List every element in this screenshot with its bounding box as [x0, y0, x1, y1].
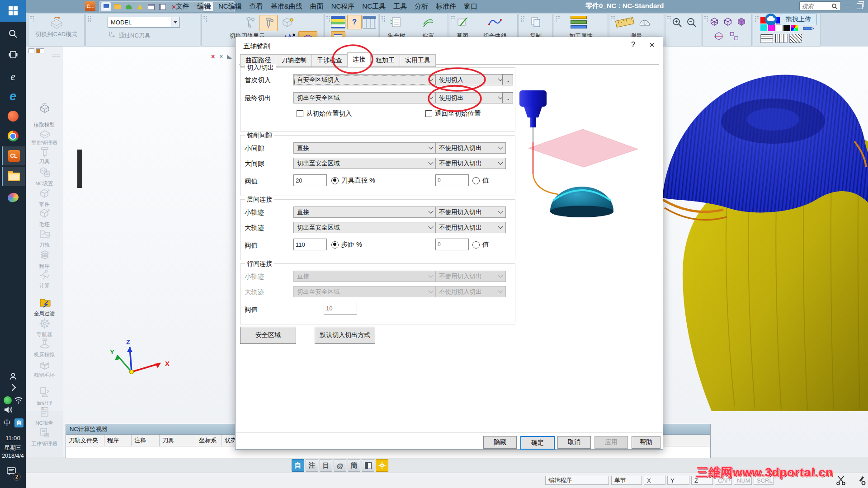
menu-nc-edit[interactable]: NC编辑	[218, 2, 242, 11]
exploded-cube-icon[interactable]	[728, 30, 741, 42]
status-scissors-icon[interactable]	[836, 475, 846, 486]
layer-large-path-mode-combo[interactable]: 不使用切入切出	[435, 222, 506, 233]
navigator-icon[interactable]	[39, 318, 51, 331]
column-header-tool[interactable]: 刀具	[160, 435, 196, 446]
tab-utilities[interactable]: 实用工具	[400, 54, 436, 67]
task-view-icon[interactable]	[2, 45, 24, 64]
ime-sogou-icon[interactable]: 自	[292, 459, 304, 472]
calculate-icon[interactable]	[39, 269, 51, 282]
notification-center-icon[interactable]: 2	[6, 466, 18, 479]
sidebar-item-global-filter[interactable]: 全局过滤	[26, 310, 63, 317]
layer-value-input[interactable]	[435, 239, 469, 250]
cancel-button[interactable]: 取消	[557, 436, 591, 449]
menu-datum-curve[interactable]: 基准&曲线	[271, 2, 302, 11]
small-gap-mode-combo[interactable]: 不使用切入切出	[435, 142, 506, 154]
sidebar-grip[interactable]	[52, 54, 60, 58]
viewport-close-mark-icon[interactable]: ×	[211, 53, 215, 60]
stock-icon[interactable]	[39, 207, 51, 221]
layer-small-path-combo[interactable]: 直接	[293, 206, 436, 218]
edge-browser-icon[interactable]: e	[2, 87, 24, 106]
sidebar-item-stock[interactable]: 毛坯	[26, 221, 63, 228]
part-icon[interactable]	[39, 188, 51, 201]
internet-explorer-icon[interactable]: e	[2, 67, 24, 86]
machining-attrs-icon[interactable]	[570, 16, 588, 28]
checkbox-box[interactable]	[425, 110, 432, 117]
sidebar-item-tools[interactable]: 刀具	[26, 158, 63, 165]
window-template2-icon[interactable]	[158, 2, 167, 11]
sidebar-item-read-model[interactable]: 读取模型	[26, 122, 63, 128]
tab-link[interactable]: 连接	[347, 52, 371, 66]
ime-note-icon[interactable]: 注	[306, 459, 318, 472]
column-header-coord-system[interactable]: 坐标系	[196, 435, 222, 446]
process-table-icon[interactable]	[331, 16, 345, 28]
window-template-icon[interactable]	[146, 2, 156, 11]
sidebar-item-part[interactable]: 零件	[26, 201, 63, 208]
gap-value-input[interactable]	[435, 174, 469, 186]
nc-setup-icon[interactable]	[39, 166, 51, 179]
toolpath-cube-bulb-icon[interactable]	[279, 15, 296, 30]
read-model-icon[interactable]	[39, 103, 51, 116]
chrome-icon[interactable]	[2, 127, 24, 145]
sidebar-item-machine-sim[interactable]: 机床模拟	[26, 352, 63, 358]
help-button[interactable]: 帮助	[632, 436, 660, 449]
layer-value-radio[interactable]: 值	[472, 240, 489, 249]
default-leads-button[interactable]: 默认切入切出方式	[315, 327, 375, 344]
start-button[interactable]	[0, 0, 26, 22]
small-gap-combo[interactable]: 直接	[293, 142, 436, 154]
dialog-help-button[interactable]: ?	[631, 41, 635, 49]
dialog-close-button[interactable]: ×	[649, 39, 655, 50]
checkbox-box[interactable]	[297, 110, 303, 117]
first-lead-in-mode-combo[interactable]: 使用切入	[435, 74, 506, 85]
restore-button[interactable]	[857, 3, 863, 9]
wifi-tray-icon[interactable]	[14, 396, 23, 406]
protractor-icon[interactable]	[637, 16, 652, 28]
menu-nc-program[interactable]: NC程序	[331, 2, 355, 11]
menu-window[interactable]: 窗口	[464, 2, 477, 11]
layer-threshold-input[interactable]	[293, 239, 327, 250]
menu-file[interactable]: 文件	[176, 2, 189, 11]
column-header-program[interactable]: 程序	[104, 435, 132, 446]
taskbar-search-icon[interactable]	[2, 24, 24, 43]
last-lead-out-combo[interactable]: 切出至安全区域	[293, 92, 436, 103]
save-icon[interactable]	[101, 2, 111, 11]
via-nc-tool-label[interactable]: 通过NC刀具	[118, 32, 151, 40]
viewport-cancel-mark-icon[interactable]: ×	[219, 53, 223, 60]
layer-small-path-mode-combo[interactable]: 不使用切入切出	[435, 206, 506, 218]
people-icon[interactable]	[2, 367, 24, 386]
large-gap-mode-combo[interactable]: 不使用切入切出	[435, 158, 506, 169]
ime-settings-gear-icon[interactable]	[376, 459, 388, 472]
nc-report-icon[interactable]	[39, 406, 51, 420]
menu-surface[interactable]: 曲面	[310, 2, 324, 11]
row-threshold-input[interactable]	[324, 302, 357, 314]
upload-cloud-icon[interactable]	[764, 13, 777, 26]
layer-stepover-radio[interactable]: 步距 %	[331, 240, 362, 249]
sidebar-layout-buttons[interactable]	[28, 48, 44, 53]
last-lead-out-mode-combo[interactable]: 使用切出	[435, 92, 506, 103]
ime-sogou-indicator[interactable]: 自	[14, 418, 24, 427]
cad-switch-label[interactable]: 切换到CAD模式	[32, 31, 81, 38]
sidebar-item-work-manager[interactable]: 工作管理器	[26, 441, 63, 447]
zoom-out-icon[interactable]	[685, 16, 698, 29]
ime-list-icon[interactable]: 目	[320, 459, 332, 472]
ruler-icon[interactable]	[616, 17, 634, 28]
radio-button[interactable]	[472, 177, 480, 184]
open-file-icon[interactable]	[113, 2, 122, 11]
machine-sim-icon[interactable]	[39, 338, 51, 351]
gap-tool-diameter-radio[interactable]: 刀具直径 %	[331, 176, 375, 185]
ime-language-indicator[interactable]: 中	[4, 418, 11, 428]
menu-standard-parts[interactable]: 标准件	[436, 2, 456, 11]
sketch-icon[interactable]	[456, 16, 469, 28]
ok-button[interactable]: 确定	[520, 436, 555, 450]
minimize-button[interactable]: ─	[842, 0, 853, 12]
hide-button[interactable]: 隐藏	[483, 436, 517, 449]
upload-button[interactable]: 拖拽上传	[780, 14, 817, 25]
sidebar-item-nc-setup[interactable]: NC设置	[26, 180, 63, 187]
last-lead-out-more-button[interactable]: ..	[502, 92, 513, 103]
zoom-in-icon[interactable]	[671, 16, 684, 29]
ime-layout-icon[interactable]	[362, 459, 374, 472]
machined-part-model[interactable]	[660, 49, 868, 416]
sidebar-item-nc-report[interactable]: NC报告	[26, 420, 63, 427]
tab-interference-check[interactable]: 干涉检查	[311, 54, 348, 67]
model-combobox[interactable]: MODEL	[108, 17, 180, 28]
rest-stock-icon[interactable]	[39, 358, 51, 372]
